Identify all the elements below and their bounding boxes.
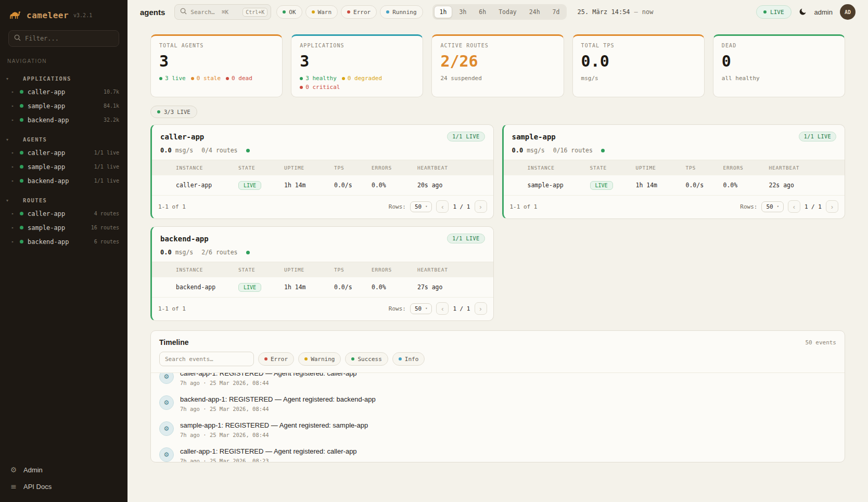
table-row[interactable]: caller-app LIVE 1h 14m 0.0/s 0.0% 20s ag… [152,175,493,195]
gear-icon: ⚙ [159,372,174,384]
page-indicator: 1 / 1 [453,305,470,312]
page-title: agents [140,8,165,17]
chevron-right-icon: ▸ [11,239,16,244]
section-header-routes[interactable]: ▾ ROUTES [0,194,127,207]
section-header-agents[interactable]: ▾ AGENTS [0,133,127,146]
page-indicator: 1 / 1 [453,203,470,210]
gear-icon: ⚙ [9,466,18,474]
range-button-6h[interactable]: 6h [473,6,492,18]
nav-section-routes: ▾ ROUTES ▸ caller-app 4 routes ▸ sample-… [0,194,127,249]
filter-chip-error[interactable]: Error [341,5,377,19]
table-header: INSTANCE STATE UPTIME TPS ERRORS HEARTBE… [152,262,493,277]
sidebar-item-app-backend[interactable]: ▸ backend-app 32.2k [0,113,127,127]
chevron-down-icon: ▾ [6,137,11,142]
count-badge: 4 routes [94,211,119,216]
next-page-button[interactable]: › [475,302,487,315]
timeline-search-input[interactable] [159,352,254,366]
stat-card-applications: APPLICATIONS 3 3 healthy 0 degraded 0 cr… [291,34,423,97]
timeline-chip-error[interactable]: Error [258,352,294,366]
rows-per-page-select[interactable]: 50▾ [410,201,432,212]
sidebar-item-agent-caller[interactable]: ▸ caller-app 1/1 live [0,146,127,160]
sidebar-item-app-caller[interactable]: ▸ caller-app 10.7k [0,85,127,99]
gear-icon: ⚙ [159,421,174,436]
prev-page-button[interactable]: ‹ [788,200,800,213]
stats-row: TOTAL AGENTS 3 3 live 0 stale 0 dead APP… [150,34,845,97]
count-badge: 1/1 live [94,150,119,156]
sidebar-item-route-caller[interactable]: ▸ caller-app 4 routes [0,207,127,221]
chevron-right-icon: ▸ [11,150,16,155]
live-status-toggle[interactable]: LIVE [756,5,792,19]
timeline-chip-warning[interactable]: Warning [298,352,341,366]
state-badge: LIVE [238,181,261,190]
sidebar-item-agent-backend[interactable]: ▸ backend-app 1/1 live [0,174,127,188]
app-name: cameleer [27,10,69,20]
prev-page-button[interactable]: ‹ [436,302,449,315]
chevron-down-icon: ▾ [6,76,11,81]
prev-page-button[interactable]: ‹ [436,200,449,213]
timeline-event[interactable]: ⚙ backend-app-1: REGISTERED — Agent regi… [155,391,840,417]
status-dot [312,10,315,14]
range-button-today[interactable]: Today [493,6,522,18]
range-button-7d[interactable]: 7d [547,6,566,18]
stat-card-dead: DEAD 0 all healthy [713,34,845,97]
table-row[interactable]: backend-app LIVE 1h 14m 0.0/s 0.0% 27s a… [152,277,493,297]
status-dot [226,77,229,80]
dark-mode-toggle[interactable] [799,7,807,17]
search-input[interactable] [190,9,239,16]
gear-icon: ⚙ [159,395,174,410]
count-badge: 32.2k [104,117,119,123]
gear-icon: ⚙ [159,447,174,462]
global-search: Ctrl+K [174,4,271,20]
routes-summary: 0/4 routes [201,147,237,154]
chevron-right-icon: ▸ [11,118,16,122]
sidebar-item-route-backend[interactable]: ▸ backend-app 6 routes [0,235,127,249]
range-button-3h[interactable]: 3h [453,6,472,18]
next-page-button[interactable]: › [826,200,838,213]
chevron-right-icon: ▸ [11,164,16,169]
chevron-right-icon: ▸ [11,104,16,108]
timeline-chip-success[interactable]: Success [345,352,388,366]
filter-chip-warn[interactable]: Warn [305,5,338,19]
sidebar-item-agent-sample[interactable]: ▸ sample-app 1/1 live [0,160,127,174]
status-dot [300,77,303,80]
rows-per-page-select[interactable]: 50▾ [761,201,783,212]
timeline-event-list[interactable]: ⚙ caller-app-1: REGISTERED — Agent regis… [151,372,845,462]
stat-card-active-routes: ACTIVE ROUTES 2/26 24 suspended [431,34,564,97]
sidebar-filter-input[interactable] [25,35,113,42]
chevron-right-icon: ▸ [11,89,16,94]
chevron-right-icon: ▸ [11,211,16,216]
timeline-chip-info[interactable]: Info [392,352,425,366]
rows-per-page-select[interactable]: 50▾ [410,303,432,314]
status-dot [157,110,160,113]
status-dot [601,149,605,152]
avatar[interactable]: AD [840,4,856,20]
next-page-button[interactable]: › [475,200,487,213]
range-button-24h[interactable]: 24h [524,6,546,18]
count-badge: 1/1 live [94,178,119,184]
filter-chip-ok[interactable]: OK [276,5,302,19]
table-row[interactable]: sample-app LIVE 1h 14m 0.0/s 0.0% 22s ag… [504,175,845,195]
row-range-label: 1-1 of 1 [158,203,186,210]
status-dot [20,118,23,122]
timeline-event[interactable]: ⚙ caller-app-1: REGISTERED — Agent regis… [155,372,840,391]
status-dot [246,149,250,152]
range-button-1h[interactable]: 1h [434,6,453,18]
timeline-event[interactable]: ⚙ sample-app-1: REGISTERED — Agent regis… [155,417,840,443]
status-filter-chips: OK Warn Error Running [276,5,423,19]
app-card-title: caller-app [160,133,204,141]
status-dot [342,77,345,80]
status-dot [246,251,250,254]
sidebar-item-api-docs[interactable]: ≡ API Docs [9,482,118,491]
section-header-applications[interactable]: ▾ APPLICATIONS [0,72,127,85]
sidebar-item-admin[interactable]: ⚙ Admin [9,466,118,474]
app-card-title: backend-app [160,235,209,243]
chevron-down-icon: ▾ [425,306,427,311]
sidebar-item-app-sample[interactable]: ▸ sample-app 84.1k [0,99,127,113]
status-dot [20,212,23,215]
filter-chip-running[interactable]: Running [380,5,423,19]
timeline-event[interactable]: ⚙ caller-app-1: REGISTERED — Agent regis… [155,443,840,462]
apps-grid: caller-app 1/1 LIVE 0.0 msg/s 0/4 routes… [150,124,845,321]
live-badge: 1/1 LIVE [447,132,484,141]
status-dot [347,10,350,14]
sidebar-item-route-sample[interactable]: ▸ sample-app 16 routes [0,221,127,235]
